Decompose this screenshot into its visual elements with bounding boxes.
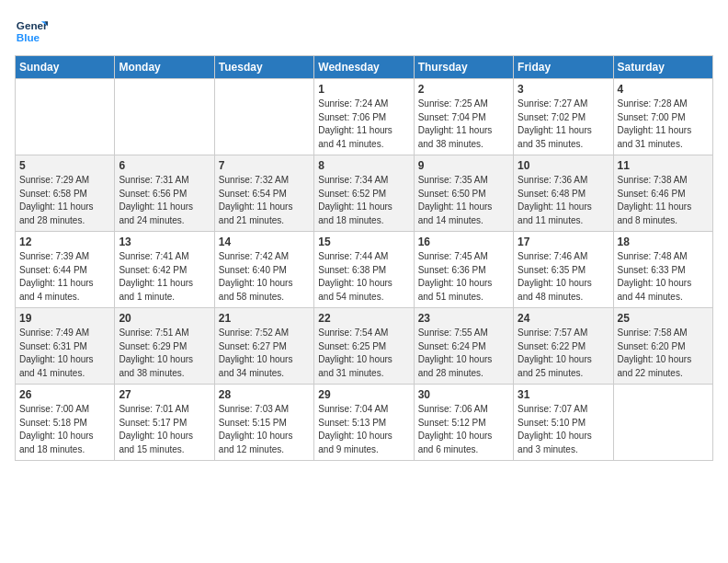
calendar-cell: 26Sunrise: 7:00 AM Sunset: 5:18 PM Dayli… (16, 385, 115, 461)
day-number: 16 (418, 236, 509, 248)
day-info: Sunrise: 7:49 AM Sunset: 6:31 PM Dayligh… (19, 327, 110, 380)
day-info: Sunrise: 7:03 AM Sunset: 5:15 PM Dayligh… (219, 403, 310, 456)
day-number: 8 (318, 159, 409, 172)
day-number: 13 (119, 236, 210, 248)
page-header: General Blue (15, 15, 713, 48)
day-number: 17 (518, 236, 609, 248)
calendar-cell: 10Sunrise: 7:36 AM Sunset: 6:48 PM Dayli… (514, 155, 613, 232)
calendar-cell: 28Sunrise: 7:03 AM Sunset: 5:15 PM Dayli… (214, 385, 313, 461)
day-info: Sunrise: 7:55 AM Sunset: 6:24 PM Dayligh… (418, 327, 509, 380)
day-number: 18 (618, 236, 709, 248)
day-number: 24 (518, 312, 609, 325)
day-number: 14 (219, 236, 310, 248)
day-info: Sunrise: 7:07 AM Sunset: 5:10 PM Dayligh… (518, 403, 609, 456)
day-number: 26 (19, 388, 110, 401)
calendar-cell (613, 385, 712, 461)
day-info: Sunrise: 7:51 AM Sunset: 6:29 PM Dayligh… (119, 327, 210, 380)
day-info: Sunrise: 7:28 AM Sunset: 7:00 PM Dayligh… (618, 98, 709, 151)
day-number: 23 (418, 312, 509, 325)
day-info: Sunrise: 7:54 AM Sunset: 6:25 PM Dayligh… (318, 327, 409, 380)
calendar-cell: 15Sunrise: 7:44 AM Sunset: 6:38 PM Dayli… (314, 232, 414, 308)
calendar-cell (214, 79, 313, 155)
day-info: Sunrise: 7:57 AM Sunset: 6:22 PM Dayligh… (518, 327, 609, 380)
calendar-header-friday: Friday (514, 56, 613, 79)
day-info: Sunrise: 7:48 AM Sunset: 6:33 PM Dayligh… (618, 250, 709, 304)
day-number: 11 (618, 159, 709, 172)
calendar-header-thursday: Thursday (414, 56, 513, 79)
day-info: Sunrise: 7:29 AM Sunset: 6:58 PM Dayligh… (19, 174, 110, 227)
day-number: 10 (518, 159, 609, 172)
calendar-week-2: 5Sunrise: 7:29 AM Sunset: 6:58 PM Daylig… (16, 155, 713, 232)
day-info: Sunrise: 7:44 AM Sunset: 6:38 PM Dayligh… (318, 250, 409, 304)
calendar-header-row: SundayMondayTuesdayWednesdayThursdayFrid… (16, 56, 713, 79)
calendar-cell: 30Sunrise: 7:06 AM Sunset: 5:12 PM Dayli… (414, 385, 513, 461)
calendar-header-tuesday: Tuesday (214, 56, 313, 79)
calendar-cell: 8Sunrise: 7:34 AM Sunset: 6:52 PM Daylig… (314, 155, 414, 232)
day-number: 15 (318, 236, 409, 248)
calendar-cell: 27Sunrise: 7:01 AM Sunset: 5:17 PM Dayli… (115, 385, 214, 461)
calendar-cell: 18Sunrise: 7:48 AM Sunset: 6:33 PM Dayli… (613, 232, 712, 308)
calendar-cell: 23Sunrise: 7:55 AM Sunset: 6:24 PM Dayli… (414, 308, 513, 385)
day-info: Sunrise: 7:32 AM Sunset: 6:54 PM Dayligh… (219, 174, 310, 227)
calendar-week-4: 19Sunrise: 7:49 AM Sunset: 6:31 PM Dayli… (16, 308, 713, 385)
day-info: Sunrise: 7:52 AM Sunset: 6:27 PM Dayligh… (219, 327, 310, 380)
day-info: Sunrise: 7:45 AM Sunset: 6:36 PM Dayligh… (418, 250, 509, 304)
calendar-cell: 25Sunrise: 7:58 AM Sunset: 6:20 PM Dayli… (613, 308, 712, 385)
calendar-cell: 13Sunrise: 7:41 AM Sunset: 6:42 PM Dayli… (115, 232, 214, 308)
calendar-header-sunday: Sunday (16, 56, 115, 79)
day-number: 22 (318, 312, 409, 325)
calendar-cell: 7Sunrise: 7:32 AM Sunset: 6:54 PM Daylig… (214, 155, 313, 232)
svg-text:General: General (17, 19, 48, 31)
calendar-cell: 1Sunrise: 7:24 AM Sunset: 7:06 PM Daylig… (314, 79, 414, 155)
calendar-header-wednesday: Wednesday (314, 56, 414, 79)
logo: General Blue (15, 15, 51, 48)
calendar-cell: 20Sunrise: 7:51 AM Sunset: 6:29 PM Dayli… (115, 308, 214, 385)
calendar-cell: 9Sunrise: 7:35 AM Sunset: 6:50 PM Daylig… (414, 155, 513, 232)
calendar-cell: 2Sunrise: 7:25 AM Sunset: 7:04 PM Daylig… (414, 79, 513, 155)
calendar-cell: 14Sunrise: 7:42 AM Sunset: 6:40 PM Dayli… (214, 232, 313, 308)
calendar-cell: 6Sunrise: 7:31 AM Sunset: 6:56 PM Daylig… (115, 155, 214, 232)
day-number: 21 (219, 312, 310, 325)
day-number: 5 (19, 159, 110, 172)
calendar-cell: 29Sunrise: 7:04 AM Sunset: 5:13 PM Dayli… (314, 385, 414, 461)
day-info: Sunrise: 7:24 AM Sunset: 7:06 PM Dayligh… (318, 98, 409, 151)
day-info: Sunrise: 7:00 AM Sunset: 5:18 PM Dayligh… (19, 403, 110, 456)
day-number: 2 (418, 83, 509, 96)
calendar-cell (115, 79, 214, 155)
day-info: Sunrise: 7:34 AM Sunset: 6:52 PM Dayligh… (318, 174, 409, 227)
calendar-week-5: 26Sunrise: 7:00 AM Sunset: 5:18 PM Dayli… (16, 385, 713, 461)
calendar-cell: 22Sunrise: 7:54 AM Sunset: 6:25 PM Dayli… (314, 308, 414, 385)
day-number: 28 (219, 388, 310, 401)
calendar-week-3: 12Sunrise: 7:39 AM Sunset: 6:44 PM Dayli… (16, 232, 713, 308)
svg-text:Blue: Blue (17, 31, 40, 43)
day-number: 1 (318, 83, 409, 96)
day-number: 6 (119, 159, 210, 172)
calendar-cell: 19Sunrise: 7:49 AM Sunset: 6:31 PM Dayli… (16, 308, 115, 385)
calendar-header-saturday: Saturday (613, 56, 712, 79)
day-info: Sunrise: 7:25 AM Sunset: 7:04 PM Dayligh… (418, 98, 509, 151)
calendar-cell: 31Sunrise: 7:07 AM Sunset: 5:10 PM Dayli… (514, 385, 613, 461)
day-number: 7 (219, 159, 310, 172)
day-info: Sunrise: 7:42 AM Sunset: 6:40 PM Dayligh… (219, 250, 310, 304)
day-number: 30 (418, 388, 509, 401)
day-number: 27 (119, 388, 210, 401)
day-info: Sunrise: 7:46 AM Sunset: 6:35 PM Dayligh… (518, 250, 609, 304)
day-info: Sunrise: 7:39 AM Sunset: 6:44 PM Dayligh… (19, 250, 110, 304)
day-number: 25 (618, 312, 709, 325)
day-number: 9 (418, 159, 509, 172)
calendar-cell (16, 79, 115, 155)
day-number: 12 (19, 236, 110, 248)
calendar-cell: 12Sunrise: 7:39 AM Sunset: 6:44 PM Dayli… (16, 232, 115, 308)
day-info: Sunrise: 7:38 AM Sunset: 6:46 PM Dayligh… (618, 174, 709, 227)
calendar-week-1: 1Sunrise: 7:24 AM Sunset: 7:06 PM Daylig… (16, 79, 713, 155)
calendar-cell: 24Sunrise: 7:57 AM Sunset: 6:22 PM Dayli… (514, 308, 613, 385)
day-info: Sunrise: 7:01 AM Sunset: 5:17 PM Dayligh… (119, 403, 210, 456)
calendar-cell: 17Sunrise: 7:46 AM Sunset: 6:35 PM Dayli… (514, 232, 613, 308)
calendar-cell: 11Sunrise: 7:38 AM Sunset: 6:46 PM Dayli… (613, 155, 712, 232)
day-number: 20 (119, 312, 210, 325)
day-info: Sunrise: 7:27 AM Sunset: 7:02 PM Dayligh… (518, 98, 609, 151)
day-number: 31 (518, 388, 609, 401)
day-info: Sunrise: 7:06 AM Sunset: 5:12 PM Dayligh… (418, 403, 509, 456)
day-info: Sunrise: 7:36 AM Sunset: 6:48 PM Dayligh… (518, 174, 609, 227)
calendar-cell: 5Sunrise: 7:29 AM Sunset: 6:58 PM Daylig… (16, 155, 115, 232)
